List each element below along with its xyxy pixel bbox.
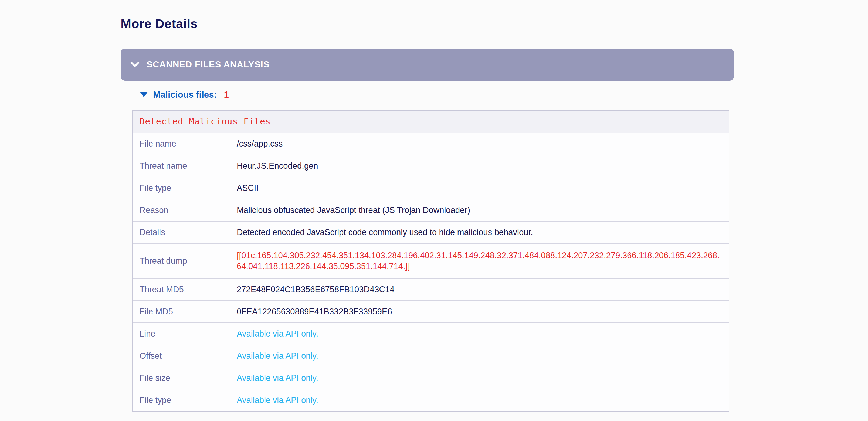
row-label: Threat dump — [133, 256, 237, 266]
table-row-reason: Reason Malicious obfuscated JavaScript t… — [133, 199, 729, 221]
scanned-files-analysis-header[interactable]: SCANNED FILES ANALYSIS — [121, 48, 734, 81]
row-label: Reason — [133, 205, 237, 215]
row-label: File MD5 — [133, 307, 237, 317]
row-value: Heur.JS.Encoded.gen — [237, 161, 729, 171]
table-row-offset: Offset Available via API only. — [133, 345, 729, 367]
table-row-file-size: File size Available via API only. — [133, 367, 729, 389]
table-row-threat-dump: Threat dump [[01c.165.104.305.232.454.35… — [133, 243, 729, 278]
row-label: Threat name — [133, 161, 237, 171]
row-label: Threat MD5 — [133, 285, 237, 294]
row-label: File type — [133, 183, 237, 193]
row-value-api-only: Available via API only. — [237, 373, 729, 384]
table-row-file-type: File type ASCII — [133, 177, 729, 199]
section-header-label: SCANNED FILES ANALYSIS — [147, 59, 269, 70]
page-title: More Details — [121, 17, 734, 31]
malicious-files-toggle[interactable]: Malicious files: 1 — [140, 90, 734, 100]
more-details-page: More Details SCANNED FILES ANALYSIS Mali… — [0, 0, 734, 412]
triangle-down-icon — [140, 92, 148, 97]
table-row-file-name: File name /css/app.css — [133, 132, 729, 155]
row-value-api-only: Available via API only. — [237, 395, 729, 406]
row-label: Details — [133, 227, 237, 237]
table-header-row: Detected Malicious Files — [133, 111, 729, 132]
row-value: Malicious obfuscated JavaScript threat (… — [237, 205, 729, 216]
malicious-files-count: 1 — [224, 90, 229, 100]
detected-malicious-files-table: Detected Malicious Files File name /css/… — [132, 110, 729, 412]
table-row-threat-name: Threat name Heur.JS.Encoded.gen — [133, 155, 729, 177]
row-label: File size — [133, 373, 237, 383]
row-label: Line — [133, 329, 237, 339]
table-header-title: Detected Malicious Files — [140, 116, 271, 127]
row-label: File name — [133, 139, 237, 149]
row-value: 272E48F024C1B356E6758FB103D43C14 — [237, 284, 729, 295]
row-value: 0FEA12265630889E41B332B3F33959E6 — [237, 306, 729, 317]
table-row-file-md5: File MD5 0FEA12265630889E41B332B3F33959E… — [133, 300, 729, 323]
row-label: Offset — [133, 351, 237, 361]
row-value: Detected encoded JavaScript code commonl… — [237, 227, 729, 238]
row-label: File type — [133, 395, 237, 405]
row-value: /css/app.css — [237, 138, 729, 149]
table-row-line: Line Available via API only. — [133, 323, 729, 345]
row-value: ASCII — [237, 183, 729, 194]
chevron-down-icon — [130, 62, 140, 67]
row-value-threat-dump: [[01c.165.104.305.232.454.351.134.103.28… — [237, 250, 729, 272]
row-value-api-only: Available via API only. — [237, 351, 729, 361]
table-row-file-type-2: File type Available via API only. — [133, 389, 729, 411]
table-row-threat-md5: Threat MD5 272E48F024C1B356E6758FB103D43… — [133, 278, 729, 300]
row-value-api-only: Available via API only. — [237, 328, 729, 339]
malicious-files-label: Malicious files: — [153, 90, 217, 100]
table-row-details: Details Detected encoded JavaScript code… — [133, 221, 729, 243]
